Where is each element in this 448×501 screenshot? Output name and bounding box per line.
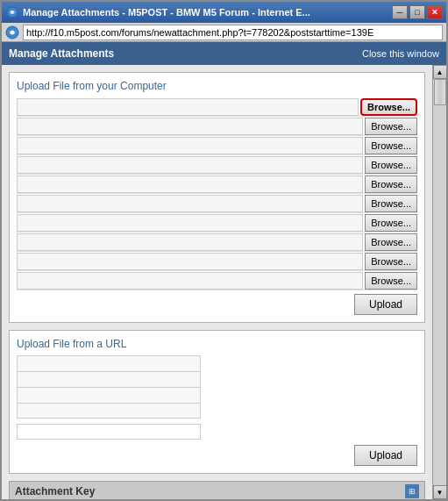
attachment-key-title: Attachment Key <box>15 485 95 497</box>
file-input-8[interactable] <box>17 233 363 251</box>
browse-button-1[interactable]: Browse... <box>360 98 417 116</box>
browse-button-5[interactable]: Browse... <box>365 175 417 193</box>
attachment-key-header: Attachment Key ⊞ <box>9 481 425 499</box>
upload-computer-button[interactable]: Upload <box>354 294 417 315</box>
address-icon <box>5 25 19 39</box>
upload-computer-section: Upload File from your Computer Browse...… <box>9 72 425 323</box>
scroll-track[interactable] <box>433 79 446 485</box>
file-input-2[interactable] <box>17 118 363 135</box>
browser-icon <box>5 5 19 19</box>
file-input-row-3: Browse... <box>17 136 417 155</box>
close-this-window-link[interactable]: Close this window <box>362 48 439 59</box>
file-input-row-6: Browse... <box>17 194 417 213</box>
file-input-row-8: Browse... <box>17 233 417 252</box>
file-input-6[interactable] <box>17 195 363 212</box>
file-input-10[interactable] <box>17 272 363 290</box>
file-input-row-4: Browse... <box>17 155 417 175</box>
window-controls: ─ □ ✕ <box>392 5 443 19</box>
upload-url-button[interactable]: Upload <box>354 445 417 466</box>
url-line-2 <box>17 371 201 387</box>
main-content: Upload File from your Computer Browse...… <box>2 65 432 499</box>
upload-url-label: Upload File from a URL <box>17 338 417 350</box>
file-input-row-2: Browse... <box>17 117 417 136</box>
content-area: Upload File from your Computer Browse...… <box>2 65 446 499</box>
minimize-button[interactable]: ─ <box>392 5 408 19</box>
scroll-thumb[interactable] <box>434 79 446 105</box>
url-input-field[interactable] <box>17 424 201 440</box>
upload-computer-btn-row: Upload <box>17 294 417 315</box>
url-line-3 <box>17 387 201 403</box>
browse-button-6[interactable]: Browse... <box>365 195 417 212</box>
maximize-button[interactable]: □ <box>409 5 425 19</box>
file-input-row-7: Browse... <box>17 213 417 233</box>
close-window-button[interactable]: ✕ <box>427 5 443 19</box>
url-line-4 <box>17 403 201 419</box>
manage-attachments-header: Manage Attachments Close this window <box>2 42 446 65</box>
manage-attachments-title: Manage Attachments <box>9 47 114 60</box>
file-input-row-10: Browse... <box>17 271 417 290</box>
title-bar: Manage Attachments - M5POST - BMW M5 For… <box>2 2 446 23</box>
upload-computer-label: Upload File from your Computer <box>17 80 417 92</box>
file-input-row-5: Browse... <box>17 175 417 194</box>
address-input[interactable] <box>23 25 443 40</box>
attachment-key-expand-icon[interactable]: ⊞ <box>405 484 419 498</box>
vertical-scrollbar: ▲ ▼ <box>432 65 446 499</box>
file-input-row-1: Browse... <box>17 97 417 117</box>
file-input-3[interactable] <box>17 137 363 154</box>
scroll-down-button[interactable]: ▼ <box>433 485 447 499</box>
browse-button-3[interactable]: Browse... <box>365 137 417 154</box>
browse-button-4[interactable]: Browse... <box>365 156 417 174</box>
browse-button-10[interactable]: Browse... <box>365 272 417 290</box>
main-window: Manage Attachments - M5POST - BMW M5 For… <box>0 0 448 501</box>
browse-button-7[interactable]: Browse... <box>365 214 417 232</box>
upload-url-section: Upload File from a URL Upload <box>9 330 425 474</box>
url-line-1 <box>17 355 201 371</box>
file-input-7[interactable] <box>17 214 363 232</box>
file-input-5[interactable] <box>17 175 363 193</box>
attachment-key-section: Attachment Key ⊞ Filetype Max Filesize M… <box>9 481 425 499</box>
file-input-9[interactable] <box>17 253 363 270</box>
svg-point-3 <box>11 30 15 34</box>
browse-button-2[interactable]: Browse... <box>365 118 417 135</box>
scroll-up-button[interactable]: ▲ <box>433 65 447 79</box>
browse-button-9[interactable]: Browse... <box>365 253 417 270</box>
window-title: Manage Attachments - M5POST - BMW M5 For… <box>23 7 388 18</box>
file-input-row-9: Browse... <box>17 252 417 271</box>
svg-point-1 <box>11 11 14 14</box>
browse-button-8[interactable]: Browse... <box>365 233 417 251</box>
file-input-4[interactable] <box>17 156 363 174</box>
address-bar <box>2 23 446 42</box>
file-input-1[interactable] <box>17 98 359 116</box>
upload-url-btn-row: Upload <box>17 445 417 466</box>
